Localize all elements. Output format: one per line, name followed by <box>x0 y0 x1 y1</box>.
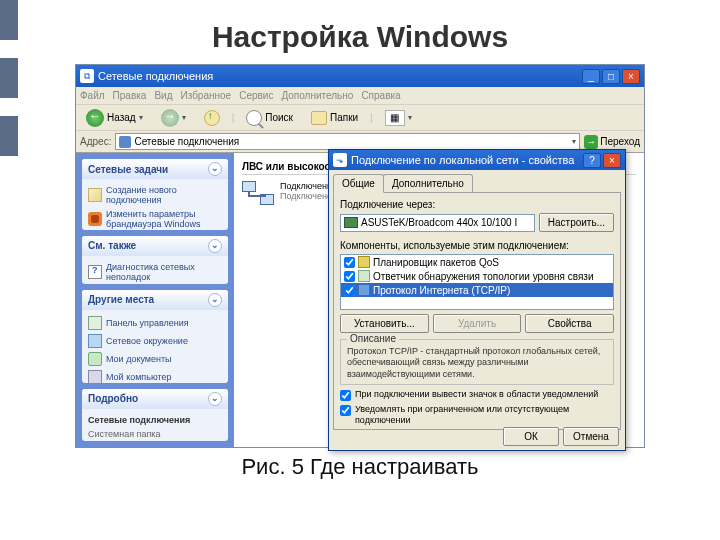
forward-icon <box>161 109 179 127</box>
collapse-icon[interactable]: ⌄ <box>208 239 222 253</box>
folders-icon <box>311 111 327 125</box>
qos-icon <box>358 256 370 268</box>
computer-icon <box>88 370 102 383</box>
link-my-computer[interactable]: Мой компьютер <box>88 368 222 383</box>
address-icon <box>119 136 131 148</box>
address-label: Адрес: <box>80 136 111 147</box>
qos-checkbox[interactable] <box>344 257 355 268</box>
dialog-titlebar[interactable]: ⬎ Подключение по локальной сети - свойст… <box>329 150 625 170</box>
components-listbox[interactable]: Планировщик пакетов QoS Ответчик обнаруж… <box>340 254 614 310</box>
panel-network-tasks: Сетевые задачи⌄ Создание нового подключе… <box>82 159 228 230</box>
tab-general[interactable]: Общие <box>333 174 384 193</box>
explorer-window: ⧉ Сетевые подключения _ □ × Файл Правка … <box>75 64 645 448</box>
cancel-button[interactable]: Отмена <box>563 427 619 446</box>
views-button[interactable]: ▦▾ <box>379 107 418 129</box>
menu-advanced[interactable]: Дополнительно <box>281 90 353 101</box>
properties-dialog: ⬎ Подключение по локальной сети - свойст… <box>328 149 626 451</box>
menu-view[interactable]: Вид <box>154 90 172 101</box>
uninstall-button[interactable]: Удалить <box>433 314 522 333</box>
up-icon <box>204 110 220 126</box>
notify-checkbox[interactable] <box>340 390 351 401</box>
slide-caption: Рис. 5 Где настраивать <box>0 448 720 486</box>
back-button[interactable]: Назад▾ <box>80 106 149 130</box>
panel-see-also: См. также⌄ Диагностика сетевых неполадок <box>82 236 228 284</box>
dialog-title: Подключение по локальной сети - свойства <box>351 154 583 166</box>
maximize-button[interactable]: □ <box>602 69 620 84</box>
link-network-places[interactable]: Сетевое окружение <box>88 332 222 350</box>
menu-edit[interactable]: Правка <box>113 90 147 101</box>
search-icon <box>246 110 262 126</box>
lan-connection-icon <box>242 181 274 209</box>
forward-button[interactable]: ▾ <box>155 106 192 130</box>
collapse-icon[interactable]: ⌄ <box>208 392 222 406</box>
network-places-icon <box>88 334 102 348</box>
dialog-close-button[interactable]: × <box>603 153 621 168</box>
views-icon: ▦ <box>385 110 405 126</box>
control-panel-icon <box>88 316 102 330</box>
description-group: Описание Протокол TCP/IP - стандартный п… <box>340 339 614 385</box>
search-button[interactable]: Поиск <box>240 107 299 129</box>
panel-other-places: Другие места⌄ Панель управления Сетевое … <box>82 290 228 383</box>
nic-icon <box>344 217 358 228</box>
tab-body: Подключение через: ASUSTeK/Broadcom 440x… <box>333 192 621 430</box>
limited-label: Уведомлять при ограниченном или отсутств… <box>355 404 614 426</box>
properties-button[interactable]: Свойства <box>525 314 614 333</box>
lltd-icon <box>358 270 370 282</box>
adapter-field: ASUSTeK/Broadcom 440x 10/100 I <box>340 214 535 232</box>
go-button[interactable]: →Переход <box>584 135 640 149</box>
collapse-icon[interactable]: ⌄ <box>208 293 222 307</box>
link-diagnostics[interactable]: Диагностика сетевых неполадок <box>88 260 222 284</box>
install-button[interactable]: Установить... <box>340 314 429 333</box>
menubar: Файл Правка Вид Избранное Сервис Дополни… <box>76 87 644 105</box>
description-text: Протокол TCP/IP - стандартный протокол г… <box>347 346 600 379</box>
components-label: Компоненты, используемые этим подключени… <box>340 240 614 251</box>
menu-help[interactable]: Справка <box>361 90 400 101</box>
component-tcpip[interactable]: Протокол Интернета (TCP/IP) <box>341 283 613 297</box>
dialog-icon: ⬎ <box>333 153 347 167</box>
component-qos[interactable]: Планировщик пакетов QoS <box>341 255 613 269</box>
slide-rails <box>0 0 18 174</box>
firewall-icon <box>88 212 102 226</box>
lltd-checkbox[interactable] <box>344 271 355 282</box>
up-button[interactable] <box>198 107 226 129</box>
menu-tools[interactable]: Сервис <box>239 90 273 101</box>
tcpip-checkbox[interactable] <box>344 285 355 296</box>
minimize-button[interactable]: _ <box>582 69 600 84</box>
tab-advanced[interactable]: Дополнительно <box>383 174 473 192</box>
window-title: Сетевые подключения <box>98 70 582 82</box>
component-lltd[interactable]: Ответчик обнаружения топологии уровня св… <box>341 269 613 283</box>
menu-file[interactable]: Файл <box>80 90 105 101</box>
go-icon: → <box>584 135 598 149</box>
window-titlebar[interactable]: ⧉ Сетевые подключения _ □ × <box>76 65 644 87</box>
limited-checkbox[interactable] <box>340 405 351 416</box>
documents-icon <box>88 352 102 366</box>
menu-favorites[interactable]: Избранное <box>180 90 231 101</box>
link-control-panel[interactable]: Панель управления <box>88 314 222 332</box>
slide-title: Настройка Windows <box>0 0 720 64</box>
help-icon <box>88 265 102 279</box>
tasks-sidebar: Сетевые задачи⌄ Создание нового подключе… <box>76 153 234 447</box>
configure-button[interactable]: Настроить... <box>539 213 614 232</box>
folders-button[interactable]: Папки <box>305 108 364 128</box>
window-icon: ⧉ <box>80 69 94 83</box>
toolbar: Назад▾ ▾ | Поиск Папки | ▦▾ <box>76 105 644 131</box>
wizard-icon <box>88 188 102 202</box>
panel-details: Подробно⌄ Сетевые подключения Системная … <box>82 389 228 441</box>
address-field[interactable]: Сетевые подключения▾ <box>115 133 580 150</box>
back-icon <box>86 109 104 127</box>
tcpip-icon <box>358 284 370 296</box>
notify-label: При подключении вывести значок в области… <box>355 389 598 400</box>
dialog-help-button[interactable]: ? <box>583 153 601 168</box>
close-button[interactable]: × <box>622 69 640 84</box>
task-firewall[interactable]: Изменить параметры брандмауэра Windows <box>88 207 222 230</box>
connect-via-label: Подключение через: <box>340 199 614 210</box>
ok-button[interactable]: ОК <box>503 427 559 446</box>
link-my-docs[interactable]: Мои документы <box>88 350 222 368</box>
tabs: Общие Дополнительно <box>329 170 625 192</box>
task-new-connection[interactable]: Создание нового подключения <box>88 183 222 207</box>
collapse-icon[interactable]: ⌄ <box>208 162 222 176</box>
